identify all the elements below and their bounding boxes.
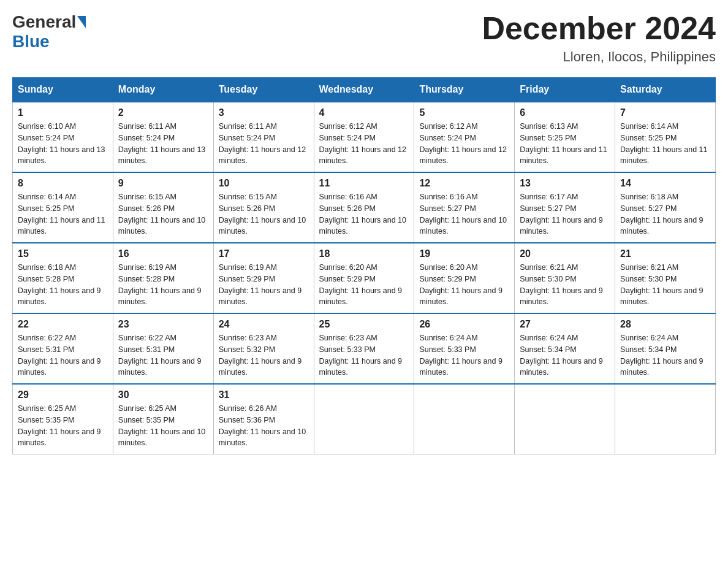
day-number: 29: [18, 389, 108, 400]
weekday-header-tuesday: Tuesday: [213, 78, 314, 102]
day-info: Sunrise: 6:16 AM Sunset: 5:26 PM Dayligh…: [319, 191, 409, 237]
weekday-header-thursday: Thursday: [414, 78, 515, 102]
day-number: 20: [520, 248, 610, 259]
day-info: Sunrise: 6:16 AM Sunset: 5:27 PM Dayligh…: [419, 191, 509, 237]
day-info: Sunrise: 6:11 AM Sunset: 5:24 PM Dayligh…: [219, 121, 309, 167]
calendar-week-row: 22 Sunrise: 6:22 AM Sunset: 5:31 PM Dayl…: [13, 313, 716, 384]
day-number: 18: [319, 248, 409, 259]
day-number: 23: [118, 319, 208, 330]
calendar-day-cell: [414, 384, 515, 454]
logo-triangle-icon: [77, 16, 86, 28]
day-info: Sunrise: 6:12 AM Sunset: 5:24 PM Dayligh…: [419, 121, 509, 167]
calendar-day-cell: 2 Sunrise: 6:11 AM Sunset: 5:24 PM Dayli…: [113, 102, 213, 172]
day-number: 30: [118, 389, 208, 400]
calendar-day-cell: 16 Sunrise: 6:19 AM Sunset: 5:28 PM Dayl…: [113, 243, 213, 313]
day-number: 13: [520, 178, 610, 189]
weekday-header-saturday: Saturday: [615, 78, 716, 102]
day-number: 17: [219, 248, 309, 259]
day-number: 24: [219, 319, 309, 330]
day-number: 9: [118, 178, 208, 189]
calendar-day-cell: 3 Sunrise: 6:11 AM Sunset: 5:24 PM Dayli…: [213, 102, 314, 172]
calendar-day-cell: 18 Sunrise: 6:20 AM Sunset: 5:29 PM Dayl…: [314, 243, 414, 313]
day-info: Sunrise: 6:22 AM Sunset: 5:31 PM Dayligh…: [18, 332, 108, 378]
calendar-day-cell: 5 Sunrise: 6:12 AM Sunset: 5:24 PM Dayli…: [414, 102, 515, 172]
logo-general-text: General: [12, 12, 76, 32]
calendar-week-row: 15 Sunrise: 6:18 AM Sunset: 5:28 PM Dayl…: [13, 243, 716, 313]
day-info: Sunrise: 6:20 AM Sunset: 5:29 PM Dayligh…: [419, 262, 509, 308]
day-number: 28: [620, 319, 710, 330]
calendar-day-cell: 9 Sunrise: 6:15 AM Sunset: 5:26 PM Dayli…: [113, 172, 213, 243]
day-info: Sunrise: 6:15 AM Sunset: 5:26 PM Dayligh…: [219, 191, 309, 237]
day-info: Sunrise: 6:26 AM Sunset: 5:36 PM Dayligh…: [219, 403, 309, 449]
calendar-day-cell: 23 Sunrise: 6:22 AM Sunset: 5:31 PM Dayl…: [113, 313, 213, 384]
calendar-day-cell: 25 Sunrise: 6:23 AM Sunset: 5:33 PM Dayl…: [314, 313, 414, 384]
day-number: 12: [419, 178, 509, 189]
day-info: Sunrise: 6:19 AM Sunset: 5:28 PM Dayligh…: [118, 262, 208, 308]
day-info: Sunrise: 6:18 AM Sunset: 5:28 PM Dayligh…: [18, 262, 108, 308]
calendar-day-cell: 6 Sunrise: 6:13 AM Sunset: 5:25 PM Dayli…: [515, 102, 615, 172]
day-number: 22: [18, 319, 108, 330]
calendar-day-cell: [515, 384, 615, 454]
calendar-day-cell: [314, 384, 414, 454]
day-info: Sunrise: 6:18 AM Sunset: 5:27 PM Dayligh…: [620, 191, 710, 237]
day-info: Sunrise: 6:10 AM Sunset: 5:24 PM Dayligh…: [18, 121, 108, 167]
day-number: 14: [620, 178, 710, 189]
day-info: Sunrise: 6:24 AM Sunset: 5:34 PM Dayligh…: [620, 332, 710, 378]
title-area: December 2024 Lloren, Ilocos, Philippine…: [482, 12, 716, 65]
day-number: 25: [319, 319, 409, 330]
day-info: Sunrise: 6:21 AM Sunset: 5:30 PM Dayligh…: [620, 262, 710, 308]
calendar-day-cell: 12 Sunrise: 6:16 AM Sunset: 5:27 PM Dayl…: [414, 172, 515, 243]
day-number: 2: [118, 107, 208, 118]
day-info: Sunrise: 6:15 AM Sunset: 5:26 PM Dayligh…: [118, 191, 208, 237]
day-info: Sunrise: 6:21 AM Sunset: 5:30 PM Dayligh…: [520, 262, 610, 308]
day-number: 19: [419, 248, 509, 259]
calendar-day-cell: 19 Sunrise: 6:20 AM Sunset: 5:29 PM Dayl…: [414, 243, 515, 313]
calendar-day-cell: 4 Sunrise: 6:12 AM Sunset: 5:24 PM Dayli…: [314, 102, 414, 172]
calendar-day-cell: 15 Sunrise: 6:18 AM Sunset: 5:28 PM Dayl…: [13, 243, 113, 313]
day-info: Sunrise: 6:24 AM Sunset: 5:33 PM Dayligh…: [419, 332, 509, 378]
day-info: Sunrise: 6:19 AM Sunset: 5:29 PM Dayligh…: [219, 262, 309, 308]
calendar-week-row: 1 Sunrise: 6:10 AM Sunset: 5:24 PM Dayli…: [13, 102, 716, 172]
calendar-day-cell: 28 Sunrise: 6:24 AM Sunset: 5:34 PM Dayl…: [615, 313, 716, 384]
day-number: 5: [419, 107, 509, 118]
calendar-day-cell: 1 Sunrise: 6:10 AM Sunset: 5:24 PM Dayli…: [13, 102, 113, 172]
calendar-day-cell: 31 Sunrise: 6:26 AM Sunset: 5:36 PM Dayl…: [213, 384, 314, 454]
weekday-header-wednesday: Wednesday: [314, 78, 414, 102]
day-info: Sunrise: 6:17 AM Sunset: 5:27 PM Dayligh…: [520, 191, 610, 237]
day-number: 1: [18, 107, 108, 118]
day-info: Sunrise: 6:25 AM Sunset: 5:35 PM Dayligh…: [18, 403, 108, 449]
day-number: 16: [118, 248, 208, 259]
calendar-day-cell: 26 Sunrise: 6:24 AM Sunset: 5:33 PM Dayl…: [414, 313, 515, 384]
day-number: 31: [219, 389, 309, 400]
calendar-week-row: 8 Sunrise: 6:14 AM Sunset: 5:25 PM Dayli…: [13, 172, 716, 243]
day-number: 26: [419, 319, 509, 330]
month-title: December 2024: [482, 12, 716, 44]
calendar-header-row: SundayMondayTuesdayWednesdayThursdayFrid…: [13, 78, 716, 102]
day-info: Sunrise: 6:22 AM Sunset: 5:31 PM Dayligh…: [118, 332, 208, 378]
location-text: Lloren, Ilocos, Philippines: [482, 49, 716, 65]
logo: General Blue: [12, 12, 87, 52]
calendar-week-row: 29 Sunrise: 6:25 AM Sunset: 5:35 PM Dayl…: [13, 384, 716, 454]
calendar-day-cell: 10 Sunrise: 6:15 AM Sunset: 5:26 PM Dayl…: [213, 172, 314, 243]
day-info: Sunrise: 6:11 AM Sunset: 5:24 PM Dayligh…: [118, 121, 208, 167]
weekday-header-monday: Monday: [113, 78, 213, 102]
calendar-day-cell: 13 Sunrise: 6:17 AM Sunset: 5:27 PM Dayl…: [515, 172, 615, 243]
day-info: Sunrise: 6:14 AM Sunset: 5:25 PM Dayligh…: [18, 191, 108, 237]
calendar-day-cell: 30 Sunrise: 6:25 AM Sunset: 5:35 PM Dayl…: [113, 384, 213, 454]
day-info: Sunrise: 6:14 AM Sunset: 5:25 PM Dayligh…: [620, 121, 710, 167]
day-number: 11: [319, 178, 409, 189]
day-info: Sunrise: 6:23 AM Sunset: 5:32 PM Dayligh…: [219, 332, 309, 378]
day-number: 7: [620, 107, 710, 118]
weekday-header-sunday: Sunday: [13, 78, 113, 102]
day-number: 21: [620, 248, 710, 259]
calendar-day-cell: 11 Sunrise: 6:16 AM Sunset: 5:26 PM Dayl…: [314, 172, 414, 243]
day-info: Sunrise: 6:20 AM Sunset: 5:29 PM Dayligh…: [319, 262, 409, 308]
calendar-day-cell: 8 Sunrise: 6:14 AM Sunset: 5:25 PM Dayli…: [13, 172, 113, 243]
calendar-day-cell: 27 Sunrise: 6:24 AM Sunset: 5:34 PM Dayl…: [515, 313, 615, 384]
day-number: 8: [18, 178, 108, 189]
logo-blue-text: Blue: [12, 32, 50, 51]
calendar-day-cell: 17 Sunrise: 6:19 AM Sunset: 5:29 PM Dayl…: [213, 243, 314, 313]
day-number: 15: [18, 248, 108, 259]
calendar-day-cell: 21 Sunrise: 6:21 AM Sunset: 5:30 PM Dayl…: [615, 243, 716, 313]
day-number: 4: [319, 107, 409, 118]
